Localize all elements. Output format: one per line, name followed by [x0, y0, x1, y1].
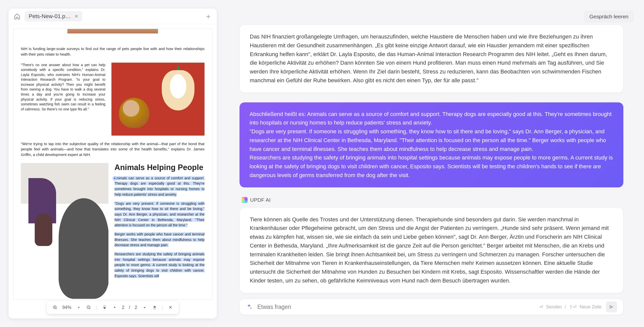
- pdf-page: NIH is funding large-scale surveys to fi…: [13, 29, 212, 300]
- tab-bar: Pets-New-01.p… ✕ ＋: [9, 9, 217, 24]
- image-sliver: [67, 29, 158, 33]
- image-cat: [21, 163, 108, 299]
- zoom-out-icon[interactable]: [86, 305, 92, 310]
- send-button[interactable]: [606, 301, 617, 312]
- user-message: Abschließend heißt es: Animals can serve…: [239, 102, 623, 187]
- hint-sep: /: [565, 304, 566, 310]
- next-page-icon[interactable]: [142, 305, 147, 310]
- sparkle-icon[interactable]: [246, 303, 253, 310]
- image-dogs: [111, 63, 205, 136]
- highlight-3[interactable]: Berger works with people who have cancer…: [114, 232, 205, 247]
- document-tab[interactable]: Pets-New-01.p… ✕: [25, 11, 82, 22]
- close-toolbar-icon[interactable]: ✕: [168, 305, 173, 310]
- chat-composer: ⏎ Senden / ⇧⏎ Neue Zeile: [239, 299, 623, 315]
- ai-chat-panel: Gespräch leeren Das NIH finanziert großa…: [225, 9, 637, 318]
- page-sep: /: [129, 305, 130, 310]
- page-total: 2: [135, 305, 137, 310]
- ai-label: UPDF AI: [242, 197, 623, 203]
- clear-conversation-button[interactable]: Gespräch leeren: [584, 11, 634, 23]
- chat-input[interactable]: [257, 304, 535, 310]
- highlight-2[interactable]: "Dogs are very present. If someone is st…: [114, 201, 205, 227]
- ai-name: UPDF AI: [250, 197, 271, 203]
- selection-start-handle[interactable]: [113, 177, 116, 180]
- new-tab-button[interactable]: ＋: [204, 12, 212, 20]
- shift-enter-key-icon: ⇧⏎: [569, 304, 577, 310]
- composer-hints: ⏎ Senden / ⇧⏎ Neue Zeile: [539, 304, 601, 310]
- heading-animals: Animals Helping People: [114, 163, 205, 172]
- home-icon[interactable]: [13, 12, 21, 20]
- hint-newline: Neue Zeile: [580, 304, 601, 310]
- hint-send: Senden: [546, 304, 562, 310]
- pdf-viewer-panel: Pets-New-01.p… ✕ ＋ NIH is funding large-…: [9, 9, 217, 318]
- paragraph-quote-2: "We're trying to tap into the subjective…: [21, 141, 205, 157]
- assistant-message-2: Tiere können als Quelle des Trostes und …: [239, 208, 623, 293]
- page-toolbar: 94% ▾ | 2 / 2 | ✕: [47, 301, 179, 314]
- page-current[interactable]: 2: [122, 305, 124, 310]
- tab-filename: Pets-New-01.p…: [29, 13, 71, 20]
- prev-page-icon[interactable]: [112, 305, 117, 310]
- zoom-dropdown-icon[interactable]: ▾: [76, 305, 82, 310]
- close-tab-icon[interactable]: ✕: [74, 14, 78, 19]
- highlighted-section: Animals Helping People Animals can serve…: [114, 163, 205, 299]
- zoom-in-icon[interactable]: [52, 305, 58, 310]
- document-viewport[interactable]: NIH is funding large-scale surveys to fi…: [9, 24, 217, 318]
- last-page-icon[interactable]: [152, 305, 157, 310]
- paragraph-nih: NIH is funding large-scale surveys to fi…: [21, 46, 205, 57]
- updf-ai-logo-icon: [242, 197, 248, 203]
- paragraph-quote-1: "There's no one answer about how a pet c…: [21, 63, 105, 136]
- svg-point-2: [250, 308, 251, 309]
- highlight-1[interactable]: Animals can serve as a source of comfort…: [114, 176, 205, 196]
- assistant-message-1: Das NIH finanziert großangelegte Umfrage…: [239, 25, 623, 93]
- enter-key-icon: ⏎: [539, 304, 543, 310]
- chat-scroll[interactable]: Das NIH finanziert großangelegte Umfrage…: [225, 25, 637, 299]
- zoom-value: 94%: [62, 305, 71, 310]
- highlight-4[interactable]: Researchers are studying the safety of b…: [114, 252, 205, 278]
- first-page-icon[interactable]: [102, 305, 107, 310]
